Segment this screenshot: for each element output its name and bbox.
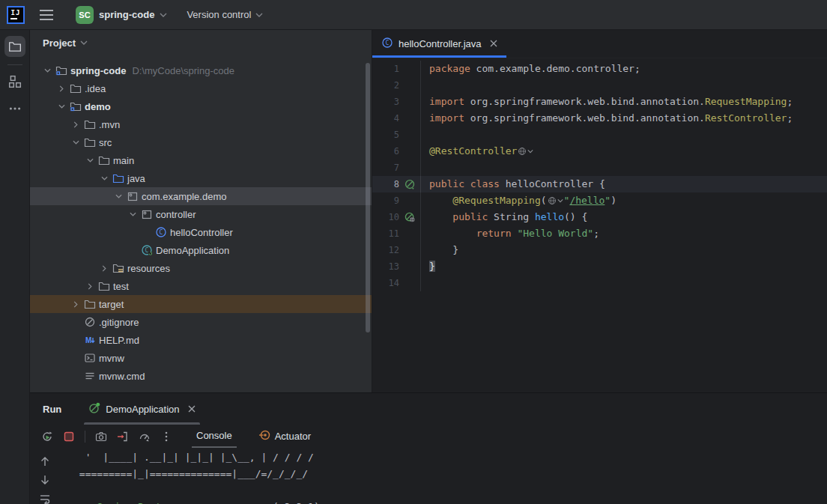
tree-item-resources[interactable]: resources — [30, 259, 372, 277]
code-line-12[interactable]: 12 } — [372, 242, 827, 258]
chevron-down-icon[interactable] — [97, 176, 111, 180]
structure-icon[interactable] — [4, 71, 25, 92]
spring-bean-icon[interactable] — [399, 179, 420, 190]
code-line-1[interactable]: 1package com.example.demo.controller; — [372, 61, 827, 77]
tree-item--idea[interactable]: .idea — [30, 79, 372, 97]
code-line-8[interactable]: 8public class helloController { — [372, 176, 827, 192]
tree-item-demo[interactable]: demo — [30, 97, 372, 115]
code-line-5[interactable]: 5 — [372, 127, 827, 143]
camera-icon[interactable] — [93, 428, 109, 445]
tree-item-label: com.example.demo — [142, 191, 226, 202]
more-icon[interactable] — [4, 98, 25, 119]
springboot-class-icon: C — [139, 244, 154, 256]
arrow-down-icon[interactable] — [37, 474, 53, 487]
close-icon[interactable] — [490, 38, 497, 49]
code-line-6[interactable]: 6@RestController — [372, 143, 827, 160]
soft-wrap-icon[interactable] — [37, 492, 53, 504]
kebab-icon[interactable] — [158, 428, 175, 445]
attach-icon[interactable] — [115, 428, 131, 445]
tree-item-target[interactable]: target — [30, 295, 372, 313]
run-console: ' |____| .__|_| |_|_| |_\__, | / / / / =… — [30, 448, 827, 504]
tree-item-controller[interactable]: controller — [30, 205, 372, 223]
console-line: =========|_|==============|___/=/_/_/_/ — [73, 466, 827, 482]
line-number: 4 — [372, 113, 399, 124]
project-switcher[interactable]: SC spring-code — [70, 4, 173, 26]
console-line — [73, 482, 827, 499]
tab-console[interactable]: Console — [192, 425, 237, 448]
line-number: 14 — [372, 278, 399, 288]
chevron-down-icon[interactable] — [83, 158, 97, 163]
version-control-widget[interactable]: Version control — [181, 4, 269, 26]
tree-item-label: src — [99, 137, 112, 148]
tree-item-mvnw-cmd[interactable]: mvnw.cmd — [30, 367, 372, 385]
tree-item-hellocontroller[interactable]: ChelloController — [30, 223, 372, 241]
project-icon — [54, 64, 69, 76]
chevron-down-icon[interactable] — [69, 140, 82, 145]
chevron-down-icon[interactable] — [112, 194, 125, 198]
code-editor[interactable]: 1package com.example.demo.controller;23i… — [372, 58, 827, 291]
run-tab-demoapplication[interactable]: DemoApplication — [81, 393, 202, 425]
code-line-9[interactable]: 9 @RequestMapping("/hello") — [372, 192, 827, 209]
console-line: :: Spring Boot :: (v3.3.1) — [73, 499, 827, 504]
code-line-11[interactable]: 11 return "Hello World"; — [372, 225, 827, 242]
folder-icon — [68, 82, 83, 94]
project-icon — [68, 100, 83, 112]
line-number: 3 — [372, 97, 399, 107]
console-gutter-toolbar — [30, 448, 60, 504]
code-line-10[interactable]: 10 public String hello() { — [372, 209, 827, 225]
terminal-icon — [82, 352, 97, 364]
tree-item-java[interactable]: java — [30, 169, 372, 187]
code-line-2[interactable]: 2 — [372, 77, 827, 94]
code-line-13[interactable]: 13} — [372, 258, 827, 275]
code-text: public class helloController { — [420, 176, 827, 192]
tree-item-demoapplication[interactable]: CDemoApplication — [30, 241, 372, 259]
chevron-right-icon[interactable] — [69, 301, 82, 308]
project-folder-icon[interactable] — [4, 36, 25, 57]
code-line-4[interactable]: 4import org.springframework.web.bind.ann… — [372, 110, 827, 127]
chevron-down-icon[interactable] — [40, 68, 54, 73]
tree-item-mvnw[interactable]: mvnw — [30, 349, 372, 367]
tree-item-com-example-demo[interactable]: com.example.demo — [30, 187, 372, 205]
url-inlay-icon[interactable] — [518, 147, 533, 156]
arrow-up-icon[interactable] — [37, 455, 53, 468]
source-folder-icon — [111, 172, 126, 184]
tab-actuator[interactable]: Actuator — [254, 425, 315, 448]
chevron-down-icon[interactable] — [126, 212, 139, 216]
close-icon[interactable] — [188, 404, 196, 415]
tree-item-spring-code[interactable]: spring-codeD:\myCode\spring-code — [30, 61, 372, 79]
project-name: spring-code — [99, 9, 154, 20]
gauge-icon[interactable] — [136, 428, 153, 445]
chevron-right-icon[interactable] — [55, 85, 68, 92]
code-text: } — [420, 258, 827, 275]
chevron-right-icon[interactable] — [83, 283, 97, 290]
chevron-right-icon[interactable] — [69, 121, 82, 128]
tree-item--mvn[interactable]: .mvn — [30, 115, 372, 133]
run-tab-label: DemoApplication — [106, 404, 179, 415]
tree-item-label: HELP.md — [99, 335, 139, 346]
tree-item-main[interactable]: main — [30, 151, 372, 169]
code-line-7[interactable]: 7 — [372, 160, 827, 176]
version-control-label: Version control — [187, 9, 251, 20]
editor-area: C helloController.java 1package com.exam… — [372, 30, 827, 392]
code-line-3[interactable]: 3import org.springframework.web.bind.ann… — [372, 94, 827, 110]
main-menu-icon[interactable] — [34, 4, 59, 26]
project-panel-header[interactable]: Project — [30, 30, 372, 55]
chevron-right-icon[interactable] — [97, 265, 111, 272]
tree-item-help-md[interactable]: MHELP.md — [30, 331, 372, 349]
project-scrollbar[interactable] — [366, 63, 370, 333]
project-tool-window: Project spring-codeD:\myCode\spring-code… — [30, 30, 372, 392]
url-mapping-icon[interactable] — [399, 212, 420, 223]
tree-item--gitignore[interactable]: .gitignore — [30, 313, 372, 331]
rerun-icon[interactable] — [39, 428, 55, 445]
editor-tab-label: helloController.java — [399, 38, 482, 49]
intellij-logo-icon[interactable]: IJ — [7, 6, 25, 24]
url-inlay-icon[interactable] — [548, 196, 563, 205]
stop-icon[interactable] — [61, 428, 77, 445]
tree-item-src[interactable]: src — [30, 133, 372, 151]
tree-item-test[interactable]: test — [30, 277, 372, 295]
class-icon: C — [154, 226, 169, 238]
console-output[interactable]: ' |____| .__|_| |_|_| |_\__, | / / / / =… — [60, 448, 827, 504]
editor-tab-hellocontroller[interactable]: C helloController.java — [372, 29, 506, 58]
code-line-14[interactable]: 14 — [372, 275, 827, 291]
chevron-down-icon[interactable] — [55, 104, 68, 109]
